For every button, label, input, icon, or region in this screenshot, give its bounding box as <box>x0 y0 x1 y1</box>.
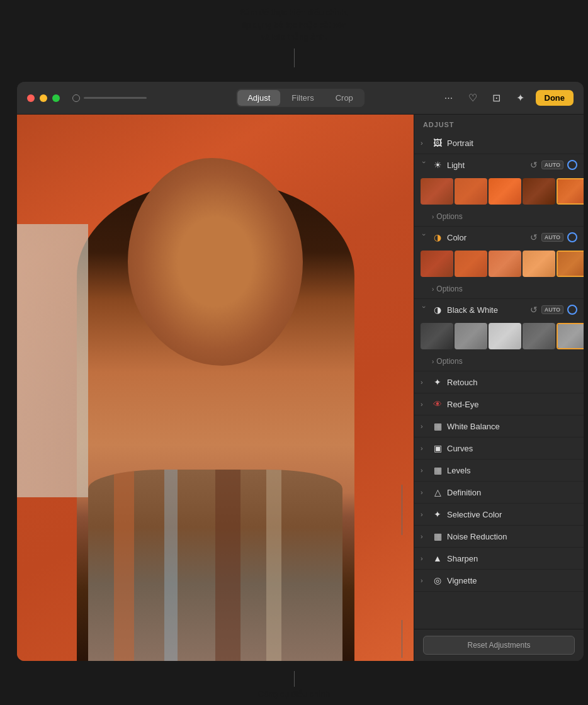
light-thumb-5[interactable] <box>557 178 584 205</box>
bw-toggle[interactable] <box>567 305 577 315</box>
bw-thumb-4[interactable] <box>523 323 555 349</box>
tab-filters[interactable]: Filters <box>281 90 324 106</box>
panel-scroll[interactable]: › 🖼 Portrait › ☀ Light ↺ AUTO <box>414 132 584 629</box>
sharpen-icon: ▲ <box>432 553 443 564</box>
light-thumb-4[interactable] <box>523 178 555 205</box>
light-thumb-3[interactable] <box>489 178 521 205</box>
light-thumb-1[interactable] <box>421 178 453 205</box>
color-icon: ◑ <box>432 232 443 243</box>
bw-thumb-1[interactable] <box>421 323 453 349</box>
selective-header[interactable]: › ✦ Selective Color <box>414 504 584 525</box>
color-options[interactable]: › Options <box>414 282 584 298</box>
light-options[interactable]: › Options <box>414 210 584 226</box>
annotation-line-left <box>402 485 402 535</box>
done-button[interactable]: Done <box>536 90 574 106</box>
tab-group: Adjust Filters Crop <box>236 89 365 107</box>
color-toggle[interactable] <box>567 232 577 242</box>
bw-options[interactable]: › Options <box>414 354 584 371</box>
more-options-button[interactable]: ··· <box>440 89 458 107</box>
redeye-header[interactable]: › 👁 Red-Eye <box>414 393 584 415</box>
photo-area: ⬡ Portrait ☀ ⬡ ● ◎ ◎ Studio <box>17 115 414 661</box>
bw-section: › ◑ Black & White ↺ AUTO <box>414 299 584 371</box>
wb-chevron: › <box>421 422 428 430</box>
sharpen-section: › ▲ Sharpen <box>414 548 584 570</box>
enhance-button[interactable]: ✦ <box>512 89 529 107</box>
light-toggle[interactable] <box>567 160 577 170</box>
bw-icon: ◑ <box>432 304 443 315</box>
vignette-name: Vignette <box>447 576 577 585</box>
levels-section: › ▦ Levels <box>414 460 584 482</box>
portrait-header[interactable]: › 🖼 Portrait <box>414 132 584 154</box>
levels-header[interactable]: › ▦ Levels <box>414 460 584 481</box>
noise-header[interactable]: › ▦ Noise Reduction <box>414 526 584 547</box>
retouch-section: › ✦ Retouch <box>414 371 584 393</box>
color-auto[interactable]: AUTO <box>541 233 563 242</box>
color-thumb-3[interactable] <box>489 251 521 277</box>
bw-options-chevron: › <box>432 358 434 365</box>
close-button[interactable] <box>27 94 35 102</box>
color-options-label: Options <box>436 285 462 293</box>
brightness-slider[interactable] <box>72 94 147 102</box>
light-section: › ☀ Light ↺ AUTO <box>414 154 584 227</box>
color-thumb-1[interactable] <box>421 251 453 277</box>
bw-thumb-5[interactable] <box>557 323 584 349</box>
annotation-text: Công cụ điều chỉnh <box>258 689 330 699</box>
color-name: Color <box>447 233 526 242</box>
color-thumb-2[interactable] <box>455 251 487 277</box>
bw-auto[interactable]: AUTO <box>541 305 563 314</box>
definition-icon: △ <box>432 487 443 498</box>
tab-adjust[interactable]: Adjust <box>237 90 280 106</box>
tab-crop[interactable]: Crop <box>325 90 363 106</box>
photo-background <box>17 115 414 661</box>
bw-thumb-2[interactable] <box>455 323 487 349</box>
vignette-chevron: › <box>421 577 428 584</box>
reset-button[interactable]: Reset Adjustments <box>423 636 575 655</box>
levels-icon: ▦ <box>432 465 443 476</box>
color-options-chevron: › <box>432 286 434 293</box>
bw-header[interactable]: › ◑ Black & White ↺ AUTO <box>414 299 584 320</box>
color-controls: ↺ AUTO <box>530 232 577 242</box>
bw-chevron: › <box>421 306 428 313</box>
favorite-button[interactable]: ♡ <box>464 89 482 107</box>
titlebar: Adjust Filters Crop ··· ♡ ⊡ ✦ Done <box>17 82 584 115</box>
definition-chevron: › <box>421 488 428 496</box>
light-header[interactable]: › ☀ Light ↺ AUTO <box>414 154 584 176</box>
maximize-button[interactable] <box>52 94 60 102</box>
curves-chevron: › <box>421 444 428 452</box>
vignette-section: › ◎ Vignette <box>414 570 584 592</box>
definition-section: › △ Definition <box>414 482 584 504</box>
minimize-button[interactable] <box>40 94 47 102</box>
wb-name: White Balance <box>447 422 577 431</box>
selective-name: Selective Color <box>447 510 577 519</box>
color-thumb-4[interactable] <box>523 251 555 277</box>
selective-section: › ✦ Selective Color <box>414 504 584 526</box>
panel-header: ADJUST <box>414 115 584 132</box>
definition-header[interactable]: › △ Definition <box>414 482 584 503</box>
sharpen-header[interactable]: › ▲ Sharpen <box>414 548 584 569</box>
wb-header[interactable]: › ▦ White Balance <box>414 415 584 437</box>
retouch-header[interactable]: › ✦ Retouch <box>414 371 584 393</box>
light-options-chevron: › <box>432 213 434 220</box>
color-header[interactable]: › ◑ Color ↺ AUTO <box>414 227 584 248</box>
color-thumbnails <box>414 248 584 282</box>
light-undo[interactable]: ↺ <box>530 160 538 170</box>
light-chevron: › <box>421 161 428 169</box>
retouch-chevron: › <box>421 378 428 386</box>
share-button[interactable]: ⊡ <box>488 89 506 107</box>
tooltip-text: Bấm để thực hiện điều chỉnh,áp dụng bộ l… <box>240 6 349 43</box>
vignette-header[interactable]: › ◎ Vignette <box>414 570 584 591</box>
curves-header[interactable]: › ▣ Curves <box>414 437 584 459</box>
light-name: Light <box>447 161 526 170</box>
light-icon: ☀ <box>432 159 443 171</box>
tooltip-area: Bấm để thực hiện điều chỉnh,áp dụng bộ l… <box>0 0 588 82</box>
color-thumb-5[interactable] <box>557 251 584 277</box>
bw-thumb-3[interactable] <box>489 323 521 349</box>
bw-undo[interactable]: ↺ <box>530 305 538 315</box>
light-thumb-2[interactable] <box>455 178 487 205</box>
light-auto[interactable]: AUTO <box>541 161 563 169</box>
color-undo[interactable]: ↺ <box>530 232 538 242</box>
slider-icon <box>72 94 80 102</box>
redeye-name: Red-Eye <box>447 400 577 409</box>
redeye-icon: 👁 <box>432 398 443 410</box>
retouch-name: Retouch <box>447 378 577 387</box>
